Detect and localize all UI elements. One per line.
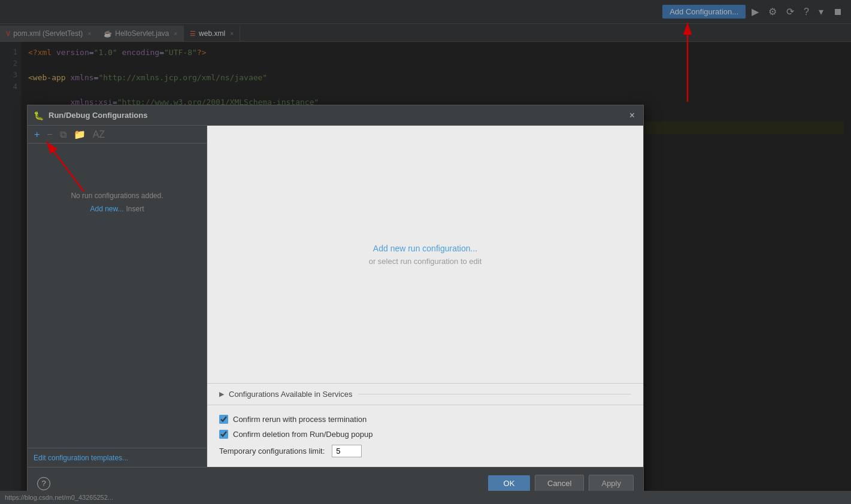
confirm-deletion-label: Confirm deletion from Run/Debug popup	[233, 430, 372, 439]
modal-titlebar: 🐛 Run/Debug Configurations ×	[28, 105, 643, 126]
modal-title-icon: 🐛	[34, 111, 44, 120]
modal-overlay: 🐛 Run/Debug Configurations × + − ⧉ 📁 AZ …	[0, 0, 851, 504]
temp-limit-row: Temporary configurations limit:	[219, 445, 631, 457]
temp-limit-label: Temporary configurations limit:	[219, 447, 325, 456]
url-text: https://blog.csdn.net/m0_43265252...	[5, 494, 113, 501]
left-panel-footer: Edit configuration templates...	[28, 448, 207, 467]
insert-text: Insert	[126, 205, 144, 213]
select-config-text: or select run configuration to edit	[369, 257, 482, 266]
url-bar: https://blog.csdn.net/m0_43265252...	[0, 491, 851, 504]
left-panel: + − ⧉ 📁 AZ No run configurations added. …	[28, 126, 207, 467]
confirm-rerun-label: Confirm rerun with process termination	[233, 415, 367, 424]
apply-button[interactable]: Apply	[589, 475, 634, 492]
add-config-plus-button[interactable]: +	[31, 128, 43, 141]
edit-templates-link[interactable]: Edit configuration templates...	[34, 454, 128, 462]
configurations-available-section[interactable]: ▶ Configurations Available in Services	[207, 383, 643, 405]
modal-title-text: Run/Debug Configurations	[49, 111, 627, 120]
help-icon-button[interactable]: ?	[37, 477, 50, 490]
add-new-link[interactable]: Add new...	[90, 205, 123, 213]
avail-chevron-icon: ▶	[219, 390, 224, 398]
modal-close-button[interactable]: ×	[627, 111, 637, 120]
checkbox-row-1: Confirm rerun with process termination	[219, 415, 631, 424]
ok-button[interactable]: OK	[488, 475, 530, 491]
avail-divider	[358, 394, 631, 394]
left-panel-toolbar: + − ⧉ 📁 AZ	[28, 126, 207, 144]
add-new-run-config-link[interactable]: Add new run configuration...	[373, 244, 477, 253]
right-panel: Add new run configuration... or select r…	[207, 126, 643, 467]
right-bottom-options: Confirm rerun with process termination C…	[207, 405, 643, 467]
confirm-deletion-checkbox[interactable]	[219, 430, 228, 439]
right-main-area: Add new run configuration... or select r…	[207, 126, 643, 383]
avail-section-label: Configurations Available in Services	[229, 390, 352, 399]
modal-body: + − ⧉ 📁 AZ No run configurations added. …	[28, 126, 643, 467]
sort-config-button[interactable]: AZ	[90, 128, 108, 141]
cancel-button[interactable]: Cancel	[535, 475, 584, 492]
folder-config-button[interactable]: 📁	[71, 127, 89, 141]
confirm-rerun-checkbox[interactable]	[219, 415, 228, 424]
checkbox-row-2: Confirm deletion from Run/Debug popup	[219, 430, 631, 439]
add-new-row: Add new... Insert	[90, 205, 144, 213]
copy-config-button[interactable]: ⧉	[57, 128, 69, 141]
run-debug-configurations-modal: 🐛 Run/Debug Configurations × + − ⧉ 📁 AZ …	[27, 105, 644, 500]
no-configs-text: No run configurations added.	[71, 192, 163, 200]
temp-limit-input[interactable]	[332, 445, 362, 457]
remove-config-button[interactable]: −	[44, 128, 55, 141]
left-panel-content: No run configurations added. Add new... …	[28, 144, 207, 448]
